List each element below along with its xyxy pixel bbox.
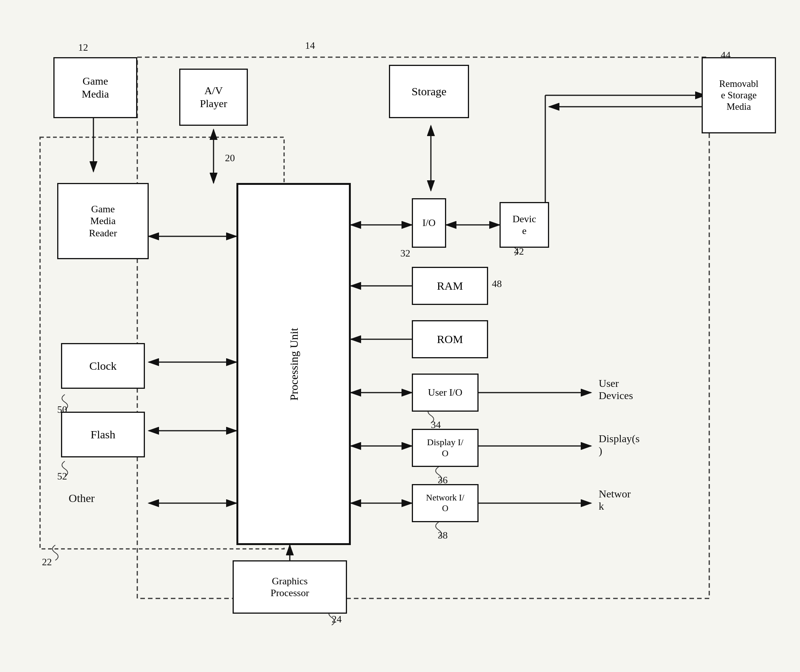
ref-38: 38	[438, 530, 448, 541]
ram-label: RAM	[437, 279, 463, 293]
ref-14: 14	[305, 40, 315, 51]
user-io-box: User I/O	[412, 374, 479, 412]
io-label: I/O	[422, 217, 436, 229]
user-io-label: User I/O	[428, 387, 462, 398]
flash-box: Flash	[61, 412, 145, 457]
ref-52: 52	[57, 471, 67, 482]
game-media-label: GameMedia	[82, 75, 109, 100]
diagram-container: 12 14 20 22 24 32 34 36 38 40 42 44 48 5…	[19, 19, 782, 659]
game-media-box: GameMedia	[53, 57, 137, 118]
device-box: Device	[500, 202, 549, 248]
storage-label: Storage	[411, 85, 447, 98]
processing-unit-box: Processing Unit	[236, 183, 351, 545]
game-media-reader-label: GameMediaReader	[89, 203, 117, 239]
ref-12: 12	[78, 42, 88, 53]
ref-24: 24	[332, 614, 342, 625]
device-label: Device	[512, 213, 536, 237]
io-box: I/O	[412, 198, 446, 248]
display-io-box: Display I/O	[412, 429, 479, 467]
ref-32: 32	[400, 248, 410, 259]
av-player-box: A/VPlayer	[179, 69, 248, 126]
ref-22: 22	[42, 557, 52, 568]
network-io-box: Network I/O	[412, 484, 479, 522]
storage-box: Storage	[389, 65, 469, 118]
ref-20: 20	[225, 152, 235, 164]
display-io-label: Display I/O	[427, 437, 463, 459]
flash-label: Flash	[90, 428, 115, 441]
rom-box: ROM	[412, 320, 488, 358]
rom-label: ROM	[437, 332, 463, 346]
graphics-processor-label: GraphicsProcessor	[270, 575, 309, 599]
removable-storage-box: Removable StorageMedia	[702, 57, 776, 133]
network-label: Network	[599, 488, 631, 512]
user-devices-label: UserDevices	[599, 377, 633, 402]
clock-box: Clock	[61, 343, 145, 389]
ref-48: 48	[492, 278, 502, 290]
processing-unit-label: Processing Unit	[286, 328, 301, 401]
graphics-processor-box: GraphicsProcessor	[233, 560, 347, 614]
av-player-label: A/VPlayer	[200, 84, 227, 110]
other-label: Other	[69, 492, 95, 505]
network-io-label: Network I/O	[426, 492, 464, 513]
clock-label: Clock	[89, 359, 117, 373]
ram-box: RAM	[412, 267, 488, 305]
removable-storage-label: Removable StorageMedia	[719, 78, 758, 112]
displays-label: Display(s)	[599, 433, 639, 457]
game-media-reader-box: GameMediaReader	[57, 183, 149, 259]
